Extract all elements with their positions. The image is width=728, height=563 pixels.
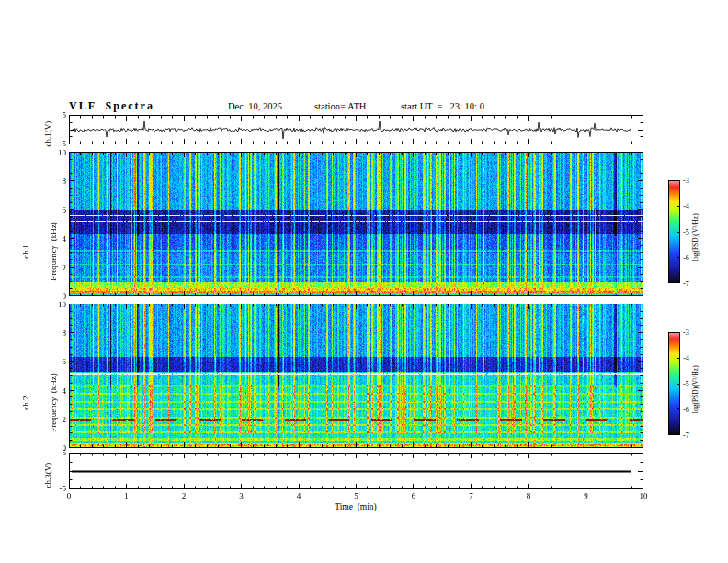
x-tick-label: 3 bbox=[234, 491, 249, 500]
ch1-waveform-plot bbox=[69, 115, 643, 144]
x-tick-label: 2 bbox=[176, 491, 191, 500]
freq-tick-label: 10 bbox=[50, 300, 66, 309]
ch3-wave-ymax-label: 5 bbox=[50, 448, 66, 457]
figure-start-ut: start UT = 23: 10: 0 bbox=[401, 101, 484, 111]
figure-title: VLF Spectra bbox=[69, 99, 154, 113]
freq-tick-label: 2 bbox=[50, 263, 66, 272]
x-tick-label: 8 bbox=[521, 491, 536, 500]
freq-tick-label: 8 bbox=[50, 328, 66, 338]
x-tick-label: 10 bbox=[636, 491, 651, 500]
x-tick-label: 6 bbox=[406, 491, 421, 500]
freq-tick-label: 4 bbox=[50, 386, 66, 396]
x-tick-label: 7 bbox=[464, 491, 479, 500]
x-tick-label: 5 bbox=[349, 491, 364, 500]
ch2-colorbar bbox=[668, 332, 680, 435]
freq-tick-label: 6 bbox=[50, 357, 66, 366]
ch1-colorbar bbox=[668, 180, 680, 283]
ch3-wave-ymin-label: -5 bbox=[50, 484, 66, 493]
colorbar1-tick-label: -7 bbox=[683, 280, 689, 289]
colorbar2-tick-label: -3 bbox=[683, 328, 689, 338]
freq-tick-label: 8 bbox=[50, 177, 66, 186]
figure-date: Dec. 10, 2025 bbox=[228, 101, 282, 111]
colorbar2-tick-label: -5 bbox=[683, 380, 689, 389]
freq-tick-label: 4 bbox=[50, 235, 66, 244]
colorbar2-tick-label: -7 bbox=[683, 431, 689, 441]
ch1-spectrogram-plot bbox=[69, 152, 643, 296]
colorbar1-tick-label: -5 bbox=[683, 228, 689, 237]
ch3-waveform-plot bbox=[69, 453, 643, 489]
colorbar2-tick-label: -4 bbox=[683, 354, 689, 363]
vlf-spectra-figure: VLF Spectra Dec. 10, 2025 station= ATH s… bbox=[0, 0, 728, 563]
colorbar2-tick-label: -6 bbox=[683, 406, 689, 415]
freq-tick-label: 2 bbox=[50, 415, 66, 424]
x-tick-label: 4 bbox=[291, 491, 306, 500]
colorbar1-tick-label: -4 bbox=[683, 202, 689, 212]
ch1-wave-ymin-label: -5 bbox=[50, 139, 66, 148]
time-axis-label: Time (min) bbox=[301, 502, 411, 511]
ch2-spectrogram-plot bbox=[69, 304, 643, 448]
colorbar1-tick-label: -3 bbox=[683, 177, 689, 186]
figure-station: station= ATH bbox=[314, 101, 366, 111]
colorbar1-tick-label: -6 bbox=[683, 254, 689, 263]
x-tick-label: 1 bbox=[119, 491, 134, 500]
ch1-wave-ymax-label: 5 bbox=[50, 110, 66, 120]
freq-tick-label: 10 bbox=[50, 148, 66, 157]
x-tick-label: 9 bbox=[579, 491, 594, 500]
freq-tick-label: 6 bbox=[50, 205, 66, 214]
